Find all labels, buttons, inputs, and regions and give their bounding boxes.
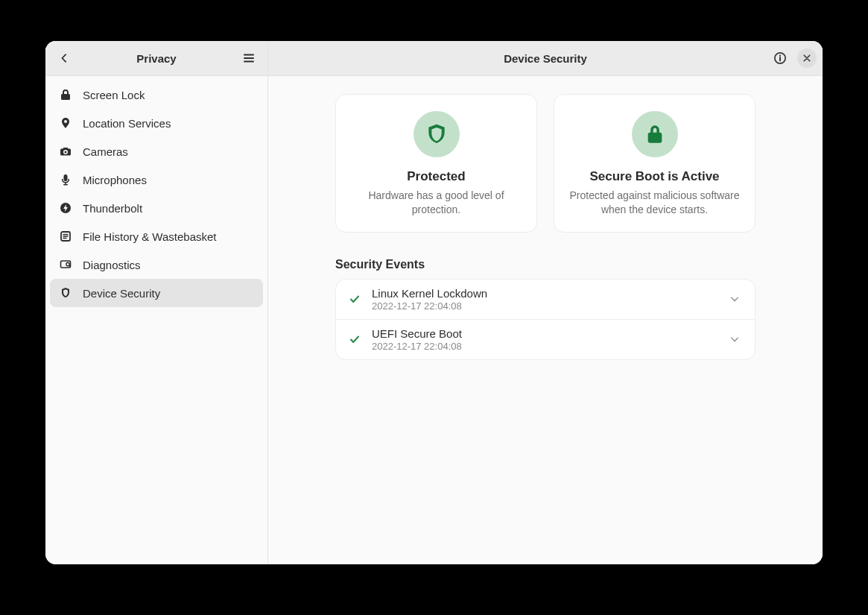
- sidebar: Privacy Screen Lock Location Services: [45, 41, 268, 564]
- close-button[interactable]: [797, 48, 817, 68]
- sidebar-item-cameras[interactable]: Cameras: [50, 137, 263, 165]
- close-icon: [802, 54, 811, 63]
- shield-icon: [59, 286, 72, 300]
- back-button[interactable]: [51, 45, 77, 71]
- location-icon: [59, 116, 72, 130]
- chevron-down-icon: [729, 294, 740, 304]
- menu-button[interactable]: [236, 45, 262, 71]
- content-area: Protected Hardware has a good level of p…: [268, 76, 823, 564]
- card-protected: Protected Hardware has a good level of p…: [335, 94, 537, 233]
- event-row[interactable]: Linux Kernel Lockdown 2022-12-17 22:04:0…: [336, 280, 755, 319]
- sidebar-item-label: Microphones: [83, 174, 147, 186]
- sidebar-item-thunderbolt[interactable]: Thunderbolt: [50, 194, 263, 222]
- sidebar-item-diagnostics[interactable]: Diagnostics: [50, 250, 263, 279]
- sidebar-header: Privacy: [45, 41, 267, 76]
- chevron-down-icon: [729, 334, 740, 344]
- lock-icon: [59, 88, 72, 101]
- sidebar-item-label: Device Security: [83, 287, 160, 300]
- security-events-list: Linux Kernel Lockdown 2022-12-17 22:04:0…: [335, 279, 755, 360]
- event-body: Linux Kernel Lockdown 2022-12-17 22:04:0…: [372, 287, 719, 312]
- sidebar-item-label: Location Services: [83, 117, 171, 130]
- camera-icon: [59, 145, 72, 158]
- check-icon: [348, 293, 361, 305]
- card-title: Protected: [349, 169, 523, 184]
- event-time: 2022-12-17 22:04:08: [372, 300, 719, 312]
- sidebar-item-label: Cameras: [83, 145, 128, 158]
- microphone-icon: [59, 173, 72, 186]
- sidebar-item-label: Screen Lock: [83, 89, 145, 101]
- card-desc: Hardware has a good level of protection.: [349, 189, 523, 217]
- card-title: Secure Boot is Active: [568, 169, 741, 184]
- sidebar-item-screen-lock[interactable]: Screen Lock: [50, 81, 263, 109]
- sidebar-title: Privacy: [45, 52, 267, 65]
- info-icon: [773, 51, 787, 65]
- events-heading: Security Events: [335, 258, 755, 271]
- sidebar-item-microphones[interactable]: Microphones: [50, 165, 263, 194]
- sidebar-item-label: Diagnostics: [83, 259, 141, 271]
- status-cards: Protected Hardware has a good level of p…: [335, 94, 755, 233]
- card-secure-boot: Secure Boot is Active Protected against …: [554, 94, 755, 233]
- sidebar-item-file-history[interactable]: File History & Wastebasket: [50, 222, 263, 250]
- lock-icon: [632, 111, 678, 157]
- svg-point-5: [779, 55, 781, 57]
- event-time: 2022-12-17 22:04:08: [372, 341, 719, 352]
- event-row[interactable]: UEFI Secure Boot 2022-12-17 22:04:08: [336, 319, 755, 359]
- main-panel: Device Security Protected: [268, 41, 823, 564]
- sidebar-item-device-security[interactable]: Device Security: [50, 279, 263, 307]
- info-button[interactable]: [767, 45, 793, 71]
- event-title: UEFI Secure Boot: [372, 327, 719, 340]
- page-title: Device Security: [268, 52, 823, 65]
- settings-window: Privacy Screen Lock Location Services: [45, 41, 823, 564]
- filebox-icon: [59, 230, 72, 243]
- main-header: Device Security: [268, 41, 823, 76]
- hamburger-icon: [243, 52, 255, 64]
- shield-icon: [414, 111, 460, 157]
- sidebar-item-location[interactable]: Location Services: [50, 109, 263, 137]
- thunderbolt-icon: [59, 201, 72, 215]
- sidebar-item-label: Thunderbolt: [83, 202, 142, 215]
- event-title: Linux Kernel Lockdown: [372, 287, 719, 300]
- diagnostics-icon: [59, 258, 72, 271]
- sidebar-item-label: File History & Wastebasket: [83, 230, 217, 243]
- chevron-left-icon: [59, 53, 69, 63]
- check-icon: [348, 333, 361, 345]
- card-desc: Protected against malicious software whe…: [568, 189, 741, 217]
- sidebar-list: Screen Lock Location Services Cameras Mi…: [45, 76, 267, 312]
- event-body: UEFI Secure Boot 2022-12-17 22:04:08: [372, 327, 719, 352]
